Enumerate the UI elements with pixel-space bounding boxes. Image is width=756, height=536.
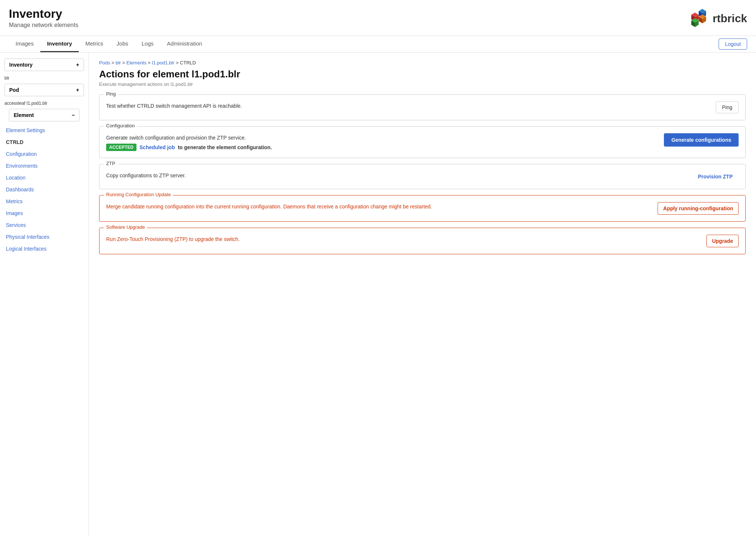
apply-running-configuration-button[interactable]: Apply running-configuration — [658, 202, 739, 215]
sidebar-link-dashboards[interactable]: Dashboards — [0, 184, 88, 195]
sidebar-inventory-button[interactable]: Inventory + — [4, 58, 84, 71]
sidebar-pod-label-btn: Pod — [9, 87, 19, 93]
sidebar-pod-button[interactable]: Pod + — [4, 84, 84, 96]
breadcrumb-sep4: > — [176, 60, 180, 66]
tab-inventory[interactable]: Inventory — [40, 36, 79, 52]
page-main-title: Inventory — [9, 7, 78, 20]
card-configuration-legend: Configuration — [104, 123, 137, 128]
sidebar-inventory-plus: + — [76, 62, 79, 68]
breadcrumb-blr[interactable]: blr — [115, 60, 121, 66]
tab-jobs[interactable]: Jobs — [110, 36, 135, 52]
card-running-config-action: Apply running-configuration — [658, 202, 739, 215]
card-software-upgrade: Software Upgrade Run Zero-Touch Provisio… — [99, 228, 746, 254]
card-running-config-legend: Running Configuration Update — [104, 192, 173, 197]
sidebar-element-button[interactable]: Element − — [9, 109, 80, 121]
sidebar-pod-plus: + — [76, 87, 79, 93]
card-ping: Ping Test whether CTRLD switch managemen… — [99, 94, 746, 120]
sidebar-link-services[interactable]: Services — [0, 219, 88, 231]
logout-button[interactable]: Logout — [719, 38, 747, 50]
card-ping-text: Test whether CTRLD switch management API… — [106, 101, 710, 109]
generate-configurations-button[interactable]: Generate configurations — [664, 133, 739, 147]
card-ztp-body: Copy configurations to ZTP server. Provi… — [99, 164, 745, 189]
breadcrumb-sep2: > — [122, 60, 126, 66]
rtbrick-logo-text: rtbrick — [713, 12, 747, 25]
tab-logs[interactable]: Logs — [135, 36, 161, 52]
sidebar-inventory-header: Inventory + — [4, 58, 84, 71]
card-software-upgrade-action: Upgrade — [706, 235, 739, 247]
rtbrick-logo-icon — [688, 7, 710, 30]
sidebar-element-minus: − — [72, 112, 75, 118]
sidebar-link-physical-interfaces[interactable]: Physical Interfaces — [0, 231, 88, 243]
card-configuration-body: Generate switch configuration and provis… — [99, 127, 745, 158]
accepted-badge: ACCEPTED — [106, 144, 136, 151]
header-left: Inventory Manage network elements — [9, 7, 78, 29]
card-software-upgrade-body: Run Zero-Touch Provisioning (ZTP) to upg… — [99, 228, 745, 254]
card-configuration: Configuration Generate switch configurat… — [99, 126, 746, 158]
card-ping-action: Ping — [716, 101, 739, 113]
breadcrumb-current: CTRLD — [180, 60, 196, 66]
card-ztp: ZTP Copy configurations to ZTP server. P… — [99, 164, 746, 189]
sidebar-link-environments[interactable]: Environments — [0, 160, 88, 172]
ping-button[interactable]: Ping — [716, 101, 739, 113]
breadcrumb-pods[interactable]: Pods — [99, 60, 110, 66]
card-ztp-legend: ZTP — [104, 161, 118, 166]
sidebar-link-element-settings[interactable]: Element Settings — [0, 124, 88, 136]
card-running-config-text: Merge candidate running configuration in… — [106, 202, 432, 210]
upgrade-button[interactable]: Upgrade — [706, 235, 739, 247]
breadcrumb-element[interactable]: l1.pod1.blr — [152, 60, 175, 66]
sidebar-link-logical-interfaces[interactable]: Logical Interfaces — [0, 243, 88, 255]
header-right: rtbrick — [688, 7, 747, 30]
tab-metrics[interactable]: Metrics — [79, 36, 110, 52]
sidebar-links-section: Element Settings CTRLD Configuration Env… — [0, 124, 88, 255]
card-configuration-text: Generate switch configuration and provis… — [106, 133, 658, 151]
sidebar-pod-section: blr Pod + — [0, 74, 88, 96]
card-software-upgrade-text: Run Zero-Touch Provisioning (ZTP) to upg… — [106, 235, 240, 242]
layout: Inventory + blr Pod + accessleaf l1.pod1… — [0, 53, 756, 536]
nav-tabs: Images Inventory Metrics Jobs Logs Admin… — [0, 36, 756, 53]
sidebar: Inventory + blr Pod + accessleaf l1.pod1… — [0, 53, 89, 536]
breadcrumb-elements[interactable]: Elements — [126, 60, 146, 66]
provision-ztp-button[interactable]: Provision ZTP — [692, 171, 739, 182]
sidebar-pod-header: Pod + — [4, 84, 84, 96]
card-ping-body: Test whether CTRLD switch management API… — [99, 95, 745, 120]
breadcrumb-sep3: > — [148, 60, 152, 66]
card-running-config-body: Merge candidate running configuration in… — [99, 195, 745, 221]
card-software-upgrade-legend: Software Upgrade — [104, 224, 147, 230]
header: Inventory Manage network elements rtbric… — [0, 0, 756, 36]
sidebar-pod-label: blr — [0, 74, 88, 84]
status-extra-text: to generate the element configuration. — [178, 144, 272, 150]
nav-tabs-left: Images Inventory Metrics Jobs Logs Admin… — [9, 36, 209, 52]
card-ping-legend: Ping — [104, 91, 118, 97]
sidebar-link-configuration[interactable]: Configuration — [0, 148, 88, 160]
page-title: Actions for element l1.pod1.blr — [99, 68, 746, 80]
tab-images[interactable]: Images — [9, 36, 40, 52]
card-configuration-description: Generate switch configuration and provis… — [106, 135, 658, 141]
sidebar-link-images[interactable]: Images — [0, 207, 88, 219]
sidebar-element-header: Element − — [4, 109, 84, 121]
main-content: Pods > blr > Elements > l1.pod1.blr > CT… — [89, 53, 756, 536]
card-ztp-text: Copy configurations to ZTP server. — [106, 171, 686, 178]
sidebar-element-label: accessleaf l1.pod1.blr — [0, 99, 88, 109]
breadcrumb-sep1: > — [111, 60, 115, 66]
sidebar-link-location[interactable]: Location — [0, 172, 88, 184]
page-main-subtitle: Manage network elements — [9, 22, 78, 29]
tab-administration[interactable]: Administration — [160, 36, 209, 52]
sidebar-link-metrics[interactable]: Metrics — [0, 195, 88, 207]
breadcrumb: Pods > blr > Elements > l1.pod1.blr > CT… — [99, 60, 746, 66]
status-row: ACCEPTED Scheduled job to generate the e… — [106, 144, 658, 151]
card-running-config: Running Configuration Update Merge candi… — [99, 195, 746, 222]
sidebar-inventory-label: Inventory — [9, 62, 33, 68]
page-subtitle: Execute management actions on l1.pod1.bl… — [99, 81, 746, 87]
card-ztp-action: Provision ZTP — [692, 171, 739, 182]
card-configuration-action: Generate configurations — [664, 133, 739, 147]
sidebar-element-label-btn: Element — [14, 112, 34, 118]
sidebar-element-section: accessleaf l1.pod1.blr Element − — [0, 99, 88, 121]
sidebar-inventory-section: Inventory + — [0, 58, 88, 71]
scheduled-job-link[interactable]: Scheduled job — [139, 144, 175, 150]
sidebar-link-ctrld[interactable]: CTRLD — [0, 136, 88, 148]
